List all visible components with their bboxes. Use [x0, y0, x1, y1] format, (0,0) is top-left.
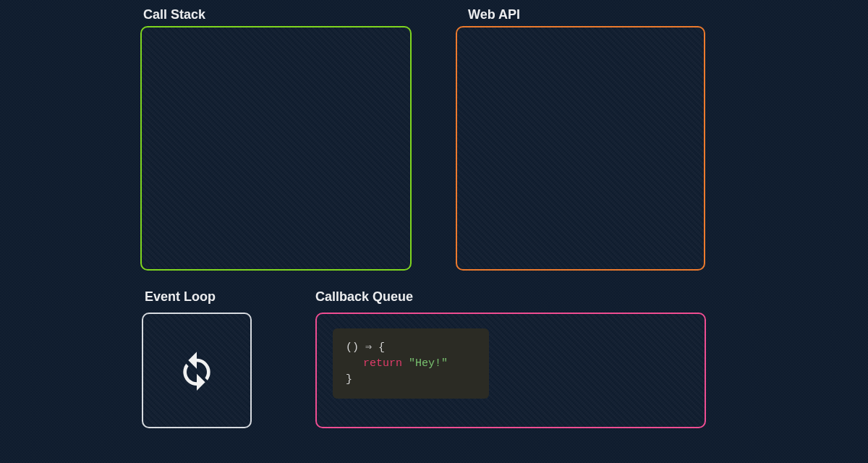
call-stack-label: Call Stack	[143, 7, 205, 22]
web-api-panel	[456, 26, 705, 271]
web-api-label: Web API	[468, 7, 520, 22]
code-string-literal: "Hey!"	[409, 357, 448, 370]
cycle-arrows-icon	[176, 350, 217, 391]
callback-item-card: () ⇒ { return "Hey!" }	[333, 328, 489, 399]
code-return-keyword: return	[363, 357, 402, 370]
callback-queue-panel: () ⇒ { return "Hey!" }	[315, 313, 706, 428]
call-stack-panel	[140, 26, 412, 271]
event-loop-label: Event Loop	[145, 289, 216, 305]
code-line-3: }	[346, 373, 352, 386]
code-line-2: return "Hey!"	[346, 356, 476, 372]
code-line-1: () ⇒ {	[346, 341, 385, 354]
callback-queue-label: Callback Queue	[315, 289, 413, 305]
event-loop-panel	[142, 313, 252, 428]
